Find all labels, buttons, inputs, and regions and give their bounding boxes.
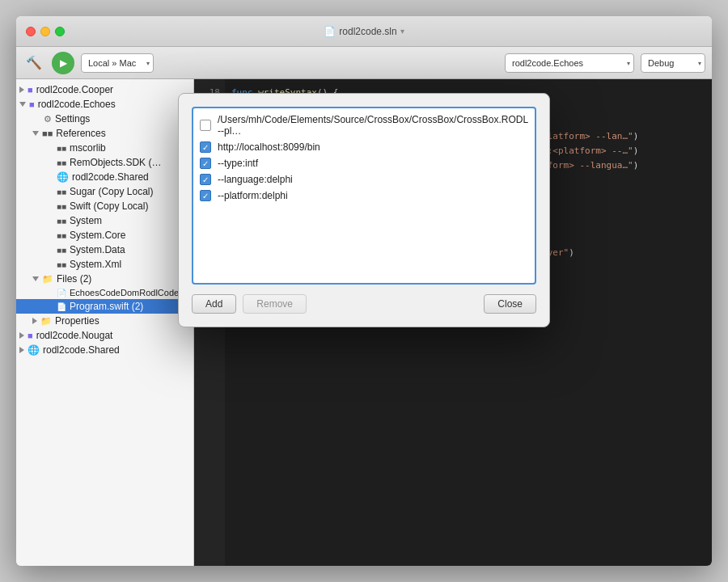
dialog-overlay: /Users/mh/Code/Elements/Source/CrossBox/… <box>16 16 712 566</box>
dialog-buttons: Add Remove Close <box>192 294 536 314</box>
dialog-item-1[interactable]: /Users/mh/Code/Elements/Source/CrossBox/… <box>193 112 535 139</box>
dialog-list: /Users/mh/Code/Elements/Source/CrossBox/… <box>192 107 536 285</box>
dialog-item-5[interactable]: ✓ --platform:delphi <box>193 188 535 204</box>
checkbox-1[interactable] <box>200 120 211 131</box>
checkbox-2[interactable]: ✓ <box>200 141 211 153</box>
close-button[interactable]: Close <box>484 294 536 314</box>
dialog-item-2[interactable]: ✓ http://localhost:8099/bin <box>193 139 535 155</box>
dialog-item-3[interactable]: ✓ --type:intf <box>193 155 535 171</box>
dialog-buttons-left: Add Remove <box>192 294 307 314</box>
remove-button[interactable]: Remove <box>243 294 307 314</box>
dialog-item-label-4: --language:delphi <box>218 174 293 185</box>
add-reference-dialog: /Users/mh/Code/Elements/Source/CrossBox/… <box>178 93 550 327</box>
checkbox-3[interactable]: ✓ <box>200 158 211 169</box>
main-window: 📄 rodl2code.sln ▾ 🔨 ▶ Local » Mac ▾ rodl… <box>16 16 712 566</box>
dialog-item-4[interactable]: ✓ --language:delphi <box>193 171 535 188</box>
dialog-item-label-3: --type:intf <box>218 158 258 169</box>
add-button[interactable]: Add <box>192 294 236 314</box>
dialog-item-label-2: http://localhost:8099/bin <box>218 141 320 153</box>
dialog-item-label-5: --platform:delphi <box>218 190 288 201</box>
checkbox-5[interactable]: ✓ <box>200 190 211 201</box>
checkbox-4[interactable]: ✓ <box>200 174 211 185</box>
dialog-item-label-1: /Users/mh/Code/Elements/Source/CrossBox/… <box>218 114 528 137</box>
